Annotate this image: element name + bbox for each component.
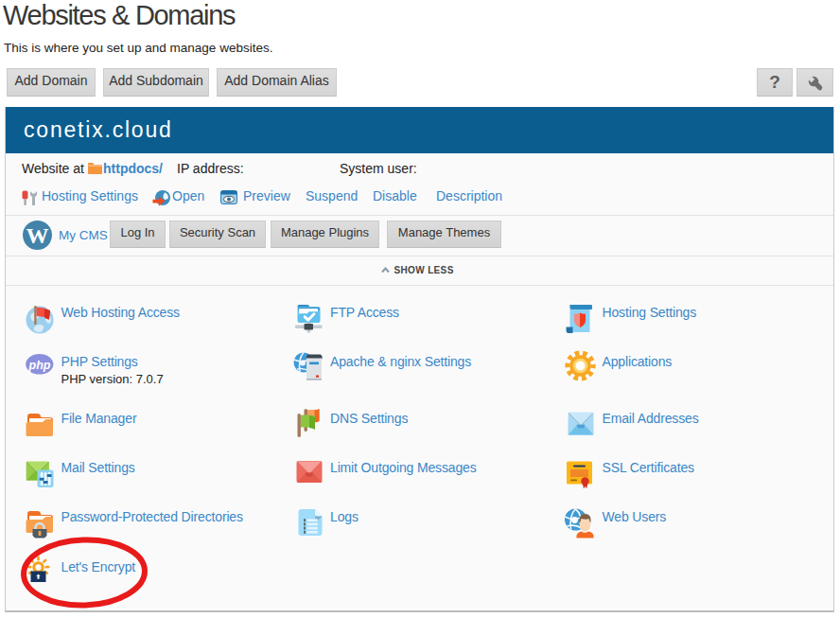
svg-text:W: W: [26, 223, 49, 248]
svg-text:php: php: [28, 359, 51, 372]
